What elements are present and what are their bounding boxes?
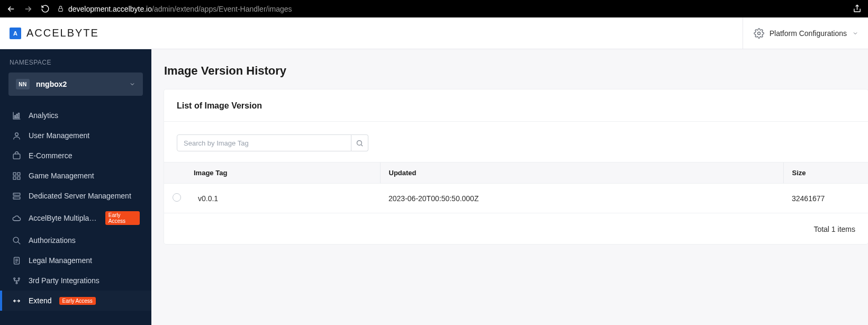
- sidebar-item-game-management[interactable]: Game Management: [0, 166, 151, 186]
- brand-name: ACCELBYTE: [26, 27, 99, 39]
- gear-icon: [754, 28, 764, 39]
- namespace-badge: NN: [16, 79, 30, 89]
- svg-rect-7: [13, 173, 16, 175]
- cell-size: 32461677: [783, 184, 868, 213]
- cloud-icon: [12, 213, 21, 223]
- integrations-icon: [12, 276, 21, 285]
- col-updated: Updated: [380, 162, 783, 184]
- namespace-name: nngbox2: [36, 80, 129, 88]
- col-size: Size: [783, 162, 868, 184]
- image-table: Image Tag Updated Size v0.0.12023-06-20T…: [164, 162, 868, 213]
- platform-configurations-label: Platform Configurations: [770, 29, 847, 38]
- svg-point-5: [15, 132, 18, 136]
- sidebar-item-extend[interactable]: ExtendEarly Access: [0, 291, 151, 311]
- row-radio[interactable]: [173, 193, 181, 202]
- sidebar-item-label: Analytics: [29, 111, 58, 120]
- url-host: development.accelbyte.io: [68, 5, 152, 13]
- search-icon: [356, 139, 364, 147]
- svg-rect-12: [13, 196, 20, 198]
- reload-icon[interactable]: [40, 4, 50, 14]
- platform-configurations-button[interactable]: Platform Configurations: [743, 17, 858, 49]
- sidebar-item-label: Game Management: [29, 171, 94, 180]
- sidebar-item-label: 3rd Party Integrations: [29, 276, 100, 285]
- svg-rect-11: [13, 193, 20, 195]
- col-image-tag: Image Tag: [189, 162, 380, 184]
- chevron-down-icon: [129, 81, 135, 87]
- cell-updated: 2023-06-20T00:50:50.000Z: [380, 184, 783, 213]
- search-wrap: [177, 134, 368, 151]
- namespace-heading: NAMESPACE: [0, 59, 151, 73]
- sidebar-item-legal-management[interactable]: Legal Management: [0, 250, 151, 270]
- extend-icon: [12, 296, 21, 305]
- svg-point-1: [757, 32, 760, 34]
- server-icon: [12, 191, 21, 201]
- cart-icon: [12, 151, 21, 160]
- table-row[interactable]: v0.0.12023-06-20T00:50:50.000Z32461677: [164, 184, 868, 213]
- sidebar-item-accelbyte-multiplaye[interactable]: AccelByte Multiplaye...Early Access: [0, 206, 151, 230]
- page-title: Image Version History: [164, 64, 868, 78]
- user-icon: [12, 131, 21, 140]
- cell-image-tag: v0.0.1: [189, 184, 380, 213]
- svg-rect-6: [13, 154, 20, 158]
- url-path: /admin/extend/apps/Event-Handler/images: [152, 5, 292, 13]
- image-list-card: List of Image Version Image Tag Updated …: [164, 89, 868, 244]
- sidebar-item-dedicated-server-management[interactable]: Dedicated Server Management: [0, 186, 151, 206]
- early-access-badge: Early Access: [105, 211, 140, 225]
- pager-total: Total 1 items: [164, 213, 868, 233]
- doc-icon: [12, 256, 21, 265]
- browser-chrome: development.accelbyte.io/admin/extend/ap…: [0, 0, 868, 17]
- sidebar-item-label: AccelByte Multiplaye...: [29, 214, 98, 222]
- back-icon[interactable]: [6, 4, 16, 14]
- lock-icon: [57, 5, 64, 12]
- card-title: List of Image Version: [164, 89, 868, 122]
- share-icon[interactable]: [852, 4, 862, 14]
- search-button[interactable]: [351, 134, 368, 151]
- namespace-selector[interactable]: NN nngbox2: [8, 73, 143, 96]
- forward-icon[interactable]: [23, 4, 33, 14]
- chart-icon: [12, 111, 21, 120]
- sidebar-item-authorizations[interactable]: Authorizations: [0, 230, 151, 250]
- sidebar-item-analytics[interactable]: Analytics: [0, 105, 151, 125]
- sidebar: NAMESPACE NN nngbox2 AnalyticsUser Manag…: [0, 49, 151, 325]
- sidebar-item-label: Dedicated Server Management: [29, 192, 131, 200]
- sidebar-item-label: Authorizations: [29, 236, 76, 245]
- svg-rect-4: [18, 113, 19, 118]
- early-access-badge: Early Access: [59, 297, 96, 305]
- sidebar-item-label: E-Commerce: [29, 151, 72, 160]
- main-content: Image Version History List of Image Vers…: [151, 49, 868, 325]
- logo-mark: A: [10, 28, 21, 39]
- topbar: A ACCELBYTE Platform Configurations: [0, 17, 868, 49]
- search-input[interactable]: [177, 134, 351, 151]
- svg-rect-3: [16, 114, 17, 118]
- sidebar-item-user-management[interactable]: User Management: [0, 125, 151, 146]
- sidebar-item-label: Legal Management: [29, 256, 92, 265]
- svg-rect-0: [59, 8, 63, 11]
- svg-rect-9: [13, 176, 16, 179]
- col-select: [164, 162, 189, 184]
- grid-icon: [12, 171, 21, 180]
- sidebar-item-label: User Management: [29, 131, 89, 140]
- url-bar[interactable]: development.accelbyte.io/admin/extend/ap…: [57, 5, 845, 13]
- svg-rect-8: [17, 173, 20, 175]
- sidebar-nav: AnalyticsUser ManagementE-CommerceGame M…: [0, 105, 151, 311]
- sidebar-item-label: Extend: [29, 296, 52, 305]
- brand-logo[interactable]: A ACCELBYTE: [10, 27, 99, 39]
- sidebar-item-3rd-party-integrations[interactable]: 3rd Party Integrations: [0, 270, 151, 291]
- chevron-down-icon: [852, 30, 858, 37]
- svg-rect-10: [17, 176, 20, 179]
- sidebar-item-e-commerce[interactable]: E-Commerce: [0, 146, 151, 166]
- svg-rect-2: [14, 115, 15, 118]
- key-icon: [12, 236, 21, 245]
- svg-point-18: [357, 140, 362, 145]
